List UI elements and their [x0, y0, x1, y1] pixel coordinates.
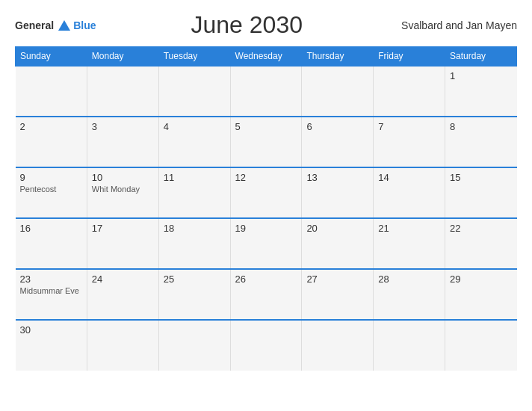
calendar-cell: 2	[16, 117, 87, 167]
page: General Blue June 2030 Svalbard and Jan …	[0, 0, 532, 411]
logo: General Blue	[15, 19, 96, 31]
calendar-cell: 8	[445, 117, 517, 167]
day-number: 22	[450, 223, 512, 234]
logo-blue-text: Blue	[73, 19, 96, 31]
calendar-cell	[302, 66, 374, 117]
day-number: 6	[306, 121, 368, 132]
region-text: Svalbard and Jan Mayen	[398, 19, 517, 31]
day-number: 18	[164, 223, 226, 234]
calendar-cell: 18	[158, 218, 230, 269]
calendar-cell: 9Pentecost	[16, 167, 87, 218]
day-number: 12	[235, 172, 297, 183]
calendar-cell: 23Midsummar Eve	[16, 269, 87, 320]
event-label: Midsummar Eve	[20, 286, 82, 295]
calendar-cell: 12	[230, 167, 302, 218]
calendar-cell: 16	[16, 218, 87, 269]
day-number: 29	[450, 274, 512, 285]
event-label: Pentecost	[20, 185, 82, 194]
calendar-cell	[374, 66, 445, 117]
day-number: 24	[92, 274, 154, 285]
calendar-cell	[374, 320, 445, 371]
calendar-cell	[445, 320, 517, 371]
day-number: 1	[450, 70, 512, 81]
day-number: 15	[450, 172, 512, 183]
header-saturday: Saturday	[445, 47, 517, 67]
day-number: 17	[92, 223, 154, 234]
day-number: 14	[378, 172, 440, 183]
calendar-cell: 3	[87, 117, 158, 167]
calendar-cell	[87, 66, 158, 117]
day-number: 10	[92, 172, 154, 183]
header-wednesday: Wednesday	[230, 47, 302, 67]
header: General Blue June 2030 Svalbard and Jan …	[15, 11, 517, 39]
calendar-week-row: 9Pentecost10Whit Monday1112131415	[16, 167, 517, 218]
calendar-week-row: 1	[16, 66, 517, 117]
calendar-cell: 1	[445, 66, 517, 117]
calendar-week-row: 16171819202122	[16, 218, 517, 269]
calendar-cell: 11	[158, 167, 230, 218]
header-monday: Monday	[87, 47, 158, 67]
calendar-week-row: 23Midsummar Eve242526272829	[16, 269, 517, 320]
calendar-cell: 26	[230, 269, 302, 320]
calendar-cell	[302, 320, 374, 371]
header-friday: Friday	[374, 47, 445, 67]
day-number: 2	[20, 121, 82, 132]
day-number: 7	[378, 121, 440, 132]
day-number: 9	[20, 172, 82, 183]
calendar-cell: 28	[374, 269, 445, 320]
day-number: 16	[20, 223, 82, 234]
day-number: 3	[92, 121, 154, 132]
calendar-cell: 17	[87, 218, 158, 269]
day-number: 26	[235, 274, 297, 285]
calendar-table: Sunday Monday Tuesday Wednesday Thursday…	[15, 46, 517, 371]
day-number: 28	[378, 274, 440, 285]
calendar-cell	[230, 66, 302, 117]
header-tuesday: Tuesday	[158, 47, 230, 67]
calendar-week-row: 2345678	[16, 117, 517, 167]
day-number: 20	[306, 223, 368, 234]
calendar-cell: 24	[87, 269, 158, 320]
calendar-cell: 6	[302, 117, 374, 167]
calendar-cell: 27	[302, 269, 374, 320]
weekday-header-row: Sunday Monday Tuesday Wednesday Thursday…	[16, 47, 517, 67]
calendar-cell	[158, 66, 230, 117]
calendar-cell: 22	[445, 218, 517, 269]
day-number: 5	[235, 121, 297, 132]
event-label: Whit Monday	[92, 185, 154, 194]
calendar-cell	[87, 320, 158, 371]
day-number: 30	[20, 324, 82, 336]
day-number: 19	[235, 223, 297, 234]
logo-triangle-icon	[58, 20, 70, 31]
calendar-cell: 4	[158, 117, 230, 167]
day-number: 27	[306, 274, 368, 285]
header-sunday: Sunday	[16, 47, 87, 67]
day-number: 4	[164, 121, 226, 132]
calendar-cell: 21	[374, 218, 445, 269]
calendar-cell: 5	[230, 117, 302, 167]
month-title: June 2030	[191, 11, 303, 39]
calendar-cell	[158, 320, 230, 371]
day-number: 23	[20, 274, 82, 285]
calendar-cell: 13	[302, 167, 374, 218]
calendar-cell: 29	[445, 269, 517, 320]
calendar-cell	[230, 320, 302, 371]
calendar-cell	[16, 66, 87, 117]
calendar-cell: 25	[158, 269, 230, 320]
calendar-cell: 20	[302, 218, 374, 269]
day-number: 13	[306, 172, 368, 183]
calendar-week-row: 30	[16, 320, 517, 371]
calendar-cell: 14	[374, 167, 445, 218]
day-number: 8	[450, 121, 512, 132]
day-number: 21	[378, 223, 440, 234]
calendar-cell: 19	[230, 218, 302, 269]
logo-general-text: General	[15, 19, 54, 31]
calendar-cell: 15	[445, 167, 517, 218]
header-thursday: Thursday	[302, 47, 374, 67]
day-number: 11	[164, 172, 226, 183]
day-number: 25	[164, 274, 226, 285]
calendar-cell: 7	[374, 117, 445, 167]
calendar-cell: 10Whit Monday	[87, 167, 158, 218]
calendar-cell: 30	[16, 320, 87, 371]
